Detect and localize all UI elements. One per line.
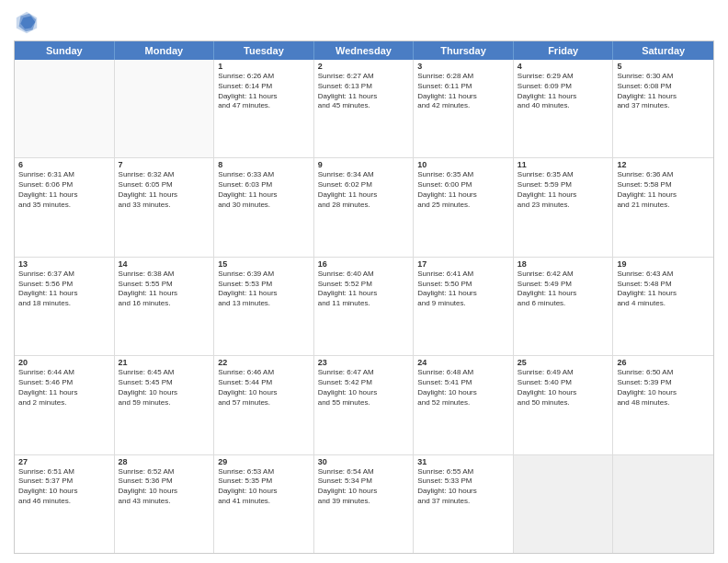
cell-info: Sunrise: 6:40 AM Sunset: 5:52 PM Dayligh… [318, 270, 410, 309]
cell-info: Sunrise: 6:46 AM Sunset: 5:44 PM Dayligh… [218, 368, 310, 408]
cell-info: Sunrise: 6:26 AM Sunset: 6:14 PM Dayligh… [218, 72, 310, 111]
cell-info: Sunrise: 6:53 AM Sunset: 5:35 PM Dayligh… [218, 467, 310, 507]
cell-info: Sunrise: 6:28 AM Sunset: 6:11 PM Dayligh… [417, 72, 509, 111]
weekday-header-tuesday: Tuesday [214, 41, 314, 60]
calendar-cell: 11Sunrise: 6:35 AM Sunset: 5:59 PM Dayli… [514, 158, 614, 256]
calendar-cell: 3Sunrise: 6:28 AM Sunset: 6:11 PM Daylig… [414, 60, 514, 157]
cell-info: Sunrise: 6:32 AM Sunset: 6:05 PM Dayligh… [119, 170, 210, 210]
calendar-cell: 15Sunrise: 6:39 AM Sunset: 5:53 PM Dayli… [214, 258, 314, 355]
day-number: 20 [18, 358, 110, 367]
day-number: 26 [617, 358, 710, 367]
day-number: 13 [18, 259, 110, 269]
weekday-header-thursday: Thursday [414, 41, 514, 60]
calendar-cell: 10Sunrise: 6:35 AM Sunset: 6:00 PM Dayli… [414, 158, 514, 256]
day-number: 27 [18, 457, 110, 466]
cell-info: Sunrise: 6:54 AM Sunset: 5:34 PM Dayligh… [318, 467, 410, 507]
calendar-cell [613, 455, 713, 553]
weekday-header-saturday: Saturday [613, 41, 713, 60]
calendar-cell: 26Sunrise: 6:50 AM Sunset: 5:39 PM Dayli… [613, 356, 713, 454]
day-number: 14 [119, 259, 210, 269]
weekday-header-sunday: Sunday [15, 41, 115, 60]
calendar-cell: 18Sunrise: 6:42 AM Sunset: 5:49 PM Dayli… [514, 258, 614, 355]
calendar-cell: 30Sunrise: 6:54 AM Sunset: 5:34 PM Dayli… [314, 455, 415, 553]
cell-info: Sunrise: 6:51 AM Sunset: 5:37 PM Dayligh… [18, 467, 110, 507]
logo [14, 9, 43, 35]
day-number: 28 [119, 457, 210, 466]
calendar-cell: 22Sunrise: 6:46 AM Sunset: 5:44 PM Dayli… [214, 356, 314, 454]
calendar: SundayMondayTuesdayWednesdayThursdayFrid… [14, 40, 714, 554]
cell-info: Sunrise: 6:27 AM Sunset: 6:13 PM Dayligh… [318, 72, 410, 111]
calendar-header: SundayMondayTuesdayWednesdayThursdayFrid… [15, 41, 713, 60]
cell-info: Sunrise: 6:52 AM Sunset: 5:36 PM Dayligh… [119, 467, 210, 507]
calendar-cell: 20Sunrise: 6:44 AM Sunset: 5:46 PM Dayli… [15, 356, 115, 454]
calendar-cell: 31Sunrise: 6:55 AM Sunset: 5:33 PM Dayli… [414, 455, 514, 553]
day-number: 6 [18, 160, 110, 169]
day-number: 4 [518, 62, 609, 71]
day-number: 12 [617, 160, 710, 169]
calendar-cell: 13Sunrise: 6:37 AM Sunset: 5:56 PM Dayli… [15, 258, 115, 355]
day-number: 18 [518, 259, 609, 269]
calendar-row-4: 27Sunrise: 6:51 AM Sunset: 5:37 PM Dayli… [15, 455, 713, 553]
day-number: 2 [318, 62, 410, 71]
calendar-cell: 8Sunrise: 6:33 AM Sunset: 6:03 PM Daylig… [214, 158, 314, 256]
cell-info: Sunrise: 6:43 AM Sunset: 5:48 PM Dayligh… [617, 270, 710, 309]
cell-info: Sunrise: 6:41 AM Sunset: 5:50 PM Dayligh… [417, 270, 509, 309]
day-number: 30 [318, 457, 410, 466]
calendar-cell: 14Sunrise: 6:38 AM Sunset: 5:55 PM Dayli… [115, 258, 215, 355]
calendar-cell: 12Sunrise: 6:36 AM Sunset: 5:58 PM Dayli… [613, 158, 713, 256]
day-number: 24 [417, 358, 509, 367]
header [14, 9, 714, 35]
page: SundayMondayTuesdayWednesdayThursdayFrid… [0, 0, 728, 563]
calendar-cell: 29Sunrise: 6:53 AM Sunset: 5:35 PM Dayli… [214, 455, 314, 553]
calendar-cell: 25Sunrise: 6:49 AM Sunset: 5:40 PM Dayli… [514, 356, 614, 454]
calendar-cell: 16Sunrise: 6:40 AM Sunset: 5:52 PM Dayli… [314, 258, 415, 355]
calendar-cell [514, 455, 614, 553]
calendar-cell [115, 60, 215, 157]
cell-info: Sunrise: 6:44 AM Sunset: 5:46 PM Dayligh… [18, 368, 110, 408]
calendar-cell: 28Sunrise: 6:52 AM Sunset: 5:36 PM Dayli… [115, 455, 215, 553]
weekday-header-wednesday: Wednesday [314, 41, 415, 60]
day-number: 16 [318, 259, 410, 269]
day-number: 19 [617, 259, 710, 269]
day-number: 29 [218, 457, 310, 466]
calendar-cell: 21Sunrise: 6:45 AM Sunset: 5:45 PM Dayli… [115, 356, 215, 454]
day-number: 15 [218, 259, 310, 269]
cell-info: Sunrise: 6:47 AM Sunset: 5:42 PM Dayligh… [318, 368, 410, 408]
day-number: 11 [518, 160, 609, 169]
day-number: 22 [218, 358, 310, 367]
cell-info: Sunrise: 6:50 AM Sunset: 5:39 PM Dayligh… [617, 368, 710, 408]
cell-info: Sunrise: 6:34 AM Sunset: 6:02 PM Dayligh… [318, 170, 410, 210]
cell-info: Sunrise: 6:37 AM Sunset: 5:56 PM Dayligh… [18, 270, 110, 309]
calendar-row-1: 6Sunrise: 6:31 AM Sunset: 6:06 PM Daylig… [15, 158, 713, 257]
cell-info: Sunrise: 6:55 AM Sunset: 5:33 PM Dayligh… [417, 467, 509, 507]
day-number: 23 [318, 358, 410, 367]
calendar-cell: 1Sunrise: 6:26 AM Sunset: 6:14 PM Daylig… [214, 60, 314, 157]
cell-info: Sunrise: 6:30 AM Sunset: 6:08 PM Dayligh… [617, 72, 710, 111]
calendar-row-2: 13Sunrise: 6:37 AM Sunset: 5:56 PM Dayli… [15, 258, 713, 356]
calendar-cell: 7Sunrise: 6:32 AM Sunset: 6:05 PM Daylig… [115, 158, 215, 256]
day-number: 31 [417, 457, 509, 466]
cell-info: Sunrise: 6:49 AM Sunset: 5:40 PM Dayligh… [518, 368, 609, 408]
cell-info: Sunrise: 6:48 AM Sunset: 5:41 PM Dayligh… [417, 368, 509, 408]
cell-info: Sunrise: 6:45 AM Sunset: 5:45 PM Dayligh… [119, 368, 210, 408]
cell-info: Sunrise: 6:38 AM Sunset: 5:55 PM Dayligh… [119, 270, 210, 309]
day-number: 7 [119, 160, 210, 169]
cell-info: Sunrise: 6:42 AM Sunset: 5:49 PM Dayligh… [518, 270, 609, 309]
day-number: 8 [218, 160, 310, 169]
day-number: 9 [318, 160, 410, 169]
cell-info: Sunrise: 6:35 AM Sunset: 5:59 PM Dayligh… [518, 170, 609, 210]
day-number: 25 [518, 358, 609, 367]
calendar-row-3: 20Sunrise: 6:44 AM Sunset: 5:46 PM Dayli… [15, 356, 713, 454]
cell-info: Sunrise: 6:39 AM Sunset: 5:53 PM Dayligh… [218, 270, 310, 309]
calendar-row-0: 1Sunrise: 6:26 AM Sunset: 6:14 PM Daylig… [15, 60, 713, 158]
cell-info: Sunrise: 6:35 AM Sunset: 6:00 PM Dayligh… [417, 170, 509, 210]
calendar-cell: 19Sunrise: 6:43 AM Sunset: 5:48 PM Dayli… [613, 258, 713, 355]
calendar-cell: 2Sunrise: 6:27 AM Sunset: 6:13 PM Daylig… [314, 60, 415, 157]
day-number: 3 [417, 62, 509, 71]
day-number: 17 [417, 259, 509, 269]
day-number: 10 [417, 160, 509, 169]
day-number: 5 [617, 62, 710, 71]
cell-info: Sunrise: 6:36 AM Sunset: 5:58 PM Dayligh… [617, 170, 710, 210]
calendar-cell: 6Sunrise: 6:31 AM Sunset: 6:06 PM Daylig… [15, 158, 115, 256]
cell-info: Sunrise: 6:29 AM Sunset: 6:09 PM Dayligh… [518, 72, 609, 111]
